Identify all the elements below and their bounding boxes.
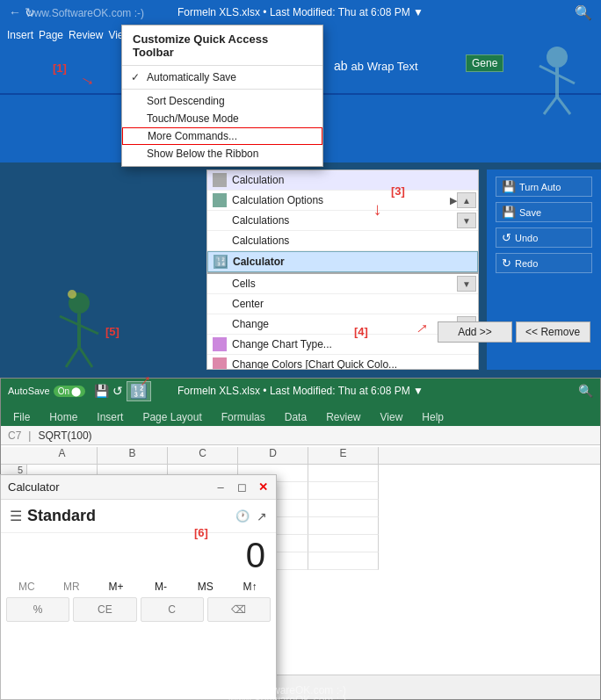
- scroll-mid-btn[interactable]: ▼: [457, 213, 476, 228]
- calc-menu-icon[interactable]: ☰: [10, 508, 22, 524]
- label-3: [3]: [391, 184, 405, 198]
- tab-review[interactable]: Review: [317, 408, 369, 426]
- save-label: Save: [519, 207, 541, 218]
- formula-separator: |: [28, 429, 31, 442]
- svg-line-10: [66, 347, 79, 367]
- tab-insert[interactable]: Insert: [7, 29, 33, 41]
- calc-close-btn[interactable]: ✕: [255, 480, 271, 495]
- cmd-calculation[interactable]: Calculation: [207, 170, 478, 191]
- turn-auto-btn[interactable]: 💾 Turn Auto: [496, 177, 592, 197]
- svg-line-5: [557, 97, 570, 114]
- cmd-calculations-2[interactable]: Calculations: [207, 231, 478, 251]
- calc-restore-btn[interactable]: ◻: [234, 480, 250, 495]
- svg-line-4: [544, 97, 557, 114]
- qat-item-autosave[interactable]: Automatically Save: [122, 69, 322, 86]
- calc-backspace-btn[interactable]: ⌫: [207, 597, 271, 622]
- wrap-text-label[interactable]: ab Wrap Text: [351, 60, 418, 73]
- col-a: A: [27, 447, 98, 464]
- tab-home[interactable]: Home: [40, 408, 86, 426]
- qat-item-sort-desc[interactable]: Sort Descending: [122, 92, 322, 110]
- add-button[interactable]: Add >>: [438, 321, 512, 343]
- arrow-1: →: [76, 68, 101, 94]
- save-btn[interactable]: 💾 Save: [496, 202, 592, 222]
- tab-review[interactable]: Review: [69, 29, 103, 41]
- label-1: [1]: [53, 61, 67, 75]
- arrow-3: →: [368, 202, 388, 220]
- calc-c-btn[interactable]: C: [141, 597, 204, 622]
- scroll-up-btn[interactable]: ▲: [457, 192, 476, 208]
- cmd-calculation-options[interactable]: Calculation Options ▶ ▲: [207, 191, 478, 211]
- remove-button[interactable]: << Remove: [516, 321, 590, 343]
- tab-data[interactable]: Data: [276, 408, 315, 426]
- cmd-calcopts-arrow: ▶: [450, 195, 457, 206]
- search-icon-bottom[interactable]: 🔍: [578, 384, 593, 398]
- general-label: Gene: [466, 54, 503, 72]
- mascot-green: [53, 290, 105, 378]
- excel-bottom-title: Formeln XLS.xlsx • Last Modified: Thu at…: [177, 385, 424, 397]
- calc-history-icon[interactable]: 🕐: [235, 509, 250, 523]
- calc-ce-btn[interactable]: CE: [73, 597, 136, 622]
- qat-item-show-below[interactable]: Show Below the Ribbon: [122, 145, 322, 162]
- col-b: B: [98, 447, 168, 464]
- search-icon[interactable]: 🔍: [575, 4, 592, 21]
- calc-display-value: 0: [246, 536, 265, 575]
- col-headers: A B C D E: [1, 447, 600, 465]
- cell-e10[interactable]: [308, 552, 379, 570]
- cmd-calcopts-icon: [213, 193, 227, 207]
- svg-line-11: [79, 347, 92, 367]
- name-box[interactable]: C7: [8, 429, 21, 442]
- calc-mc-btn[interactable]: MC: [10, 579, 44, 595]
- cmd-change-colors[interactable]: Change Colors [Chart Quick Colo...: [207, 355, 478, 369]
- qat-item-more-commands[interactable]: More Commands...: [122, 127, 322, 145]
- calc-minimize-btn[interactable]: –: [213, 480, 228, 495]
- top-title-text: Formeln XLS.xlsx • Last Modified: Thu at…: [177, 6, 424, 18]
- tab-view[interactable]: View: [372, 408, 412, 426]
- calc-ms-btn[interactable]: MS: [188, 579, 222, 595]
- tab-insert[interactable]: Insert: [88, 408, 132, 426]
- scroll-cells-btn[interactable]: ▼: [457, 276, 476, 292]
- cell-e5[interactable]: [308, 465, 379, 482]
- qat-item-touch[interactable]: Touch/Mouse Mode: [122, 110, 322, 127]
- tab-page[interactable]: Page: [39, 29, 63, 41]
- calc-percent-btn[interactable]: %: [6, 597, 69, 622]
- cmd-cells[interactable]: Cells ▼: [207, 272, 478, 294]
- autosave-state: On: [58, 386, 69, 396]
- calc-header: ☰ Standard 🕐 ↗: [1, 500, 276, 533]
- calc-mode-label: Standard: [27, 507, 96, 525]
- cell-e9[interactable]: [308, 535, 379, 552]
- svg-point-12: [68, 290, 76, 299]
- calc-mplus-btn[interactable]: M+: [99, 579, 134, 595]
- col-e: E: [308, 447, 379, 464]
- wrap-text-area: ab ab Wrap Text: [334, 59, 418, 73]
- tab-help[interactable]: Help: [413, 408, 453, 426]
- save-icon-toolbar[interactable]: 💾: [94, 384, 109, 398]
- back-arrow-icon[interactable]: ← ↻: [9, 5, 35, 19]
- save-icon: 💾: [502, 206, 516, 219]
- undo-btn[interactable]: ↺ Undo: [496, 227, 592, 248]
- calc-mr-btn[interactable]: MR: [54, 579, 89, 595]
- cmd-calculator[interactable]: 🔢 Calculator: [207, 251, 478, 272]
- wrap-text-icon: ab: [334, 59, 348, 73]
- redo-btn[interactable]: ↻ Redo: [496, 253, 592, 273]
- calc-title-buttons: – ◻ ✕: [213, 480, 271, 495]
- redo-icon: ↻: [502, 256, 511, 270]
- calc-mup-btn[interactable]: M↑: [233, 579, 267, 595]
- tab-page-layout[interactable]: Page Layout: [134, 408, 210, 426]
- tab-file[interactable]: File: [4, 408, 39, 426]
- undo-label: Undo: [515, 233, 538, 243]
- calc-row-1: % CE C ⌫: [1, 596, 276, 623]
- excel-top-section: ← ↻ Formeln XLS.xlsx • Last Modified: Th…: [0, 0, 601, 378]
- calc-mode-area: ☰ Standard: [10, 507, 96, 525]
- cell-e8[interactable]: [308, 517, 379, 535]
- calc-expand-icon[interactable]: ↗: [257, 509, 267, 523]
- tab-formulas[interactable]: Formulas: [213, 408, 274, 426]
- formula-text: SQRT(100): [38, 429, 91, 442]
- cmd-calculations-1[interactable]: Calculations ▼: [207, 211, 478, 231]
- autosave-toggle[interactable]: On ⬤: [54, 386, 85, 397]
- calc-mminus-btn[interactable]: M-: [143, 579, 177, 595]
- cell-e6[interactable]: [308, 482, 379, 500]
- undo-icon-toolbar[interactable]: ↺: [112, 384, 123, 398]
- cmd-center[interactable]: Center: [207, 294, 478, 314]
- col-d: D: [238, 447, 308, 464]
- cell-e7[interactable]: [308, 500, 379, 517]
